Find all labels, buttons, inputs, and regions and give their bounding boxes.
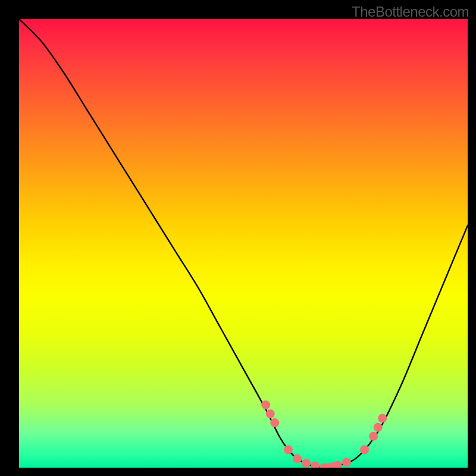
highlight-dot — [378, 414, 387, 423]
highlight-dot — [284, 445, 293, 454]
highlight-dot — [333, 461, 342, 468]
chart-plot-area — [19, 19, 468, 468]
highlight-dot — [293, 454, 302, 463]
highlight-dots-group — [261, 400, 387, 468]
highlight-dot — [342, 458, 351, 466]
highlight-dot — [270, 418, 279, 427]
curve-svg — [19, 19, 468, 468]
highlight-dot — [374, 423, 383, 432]
watermark-text: TheBottleneck.com — [352, 4, 469, 20]
highlight-dot — [360, 445, 369, 454]
highlight-dot — [266, 409, 275, 418]
highlight-dot — [261, 400, 270, 409]
highlight-dot — [369, 432, 378, 441]
highlight-dot — [302, 459, 311, 468]
bottleneck-curve-path — [19, 19, 468, 468]
highlight-dot — [311, 461, 320, 468]
